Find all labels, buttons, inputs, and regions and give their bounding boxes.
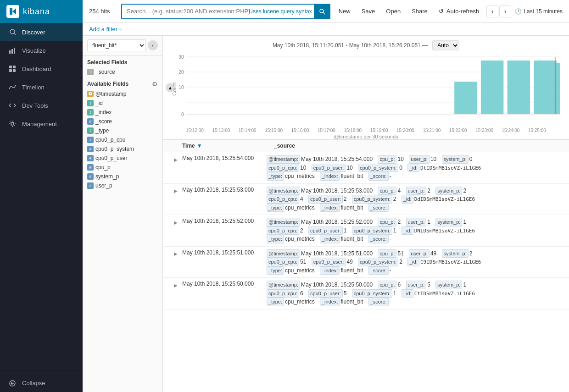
field-type-num-cpu0sys: # xyxy=(87,146,94,152)
expand-row-3[interactable]: ▶ xyxy=(172,219,179,226)
search-button[interactable] xyxy=(314,4,330,19)
sidebar-item-timelion[interactable]: Timelion xyxy=(0,78,83,96)
collapse-btn[interactable]: Collapse xyxy=(0,374,83,392)
filterbar: Add a filter + xyxy=(83,23,569,36)
selected-field-source[interactable]: ? _source xyxy=(83,67,162,77)
svg-rect-10 xyxy=(13,69,16,72)
field-cpu0-system[interactable]: # cpu0_p_system xyxy=(83,144,162,154)
sidebar-item-discover[interactable]: Discover xyxy=(0,23,83,41)
result-source-5: @timestamp:May 10th 2018, 15:25:50.000 c… xyxy=(267,281,560,306)
logo[interactable]: kibana xyxy=(0,0,83,23)
expand-row-1[interactable]: ▶ xyxy=(172,156,179,163)
refresh-icon: ↺ xyxy=(439,8,444,15)
field-user-p[interactable]: # user_p xyxy=(83,181,162,190)
svg-rect-5 xyxy=(11,49,13,54)
field-index[interactable]: t _index xyxy=(83,108,162,117)
add-filter-button[interactable]: Add a filter + xyxy=(89,26,123,33)
svg-rect-25 xyxy=(481,61,503,114)
prev-arrow[interactable]: ‹ xyxy=(486,6,498,17)
sidebar-item-timelion-label: Timelion xyxy=(22,84,45,91)
field-label-source: _source xyxy=(95,69,158,75)
svg-rect-26 xyxy=(508,61,530,114)
sort-icon: ▼ xyxy=(197,143,202,149)
svg-rect-6 xyxy=(14,48,15,54)
search-container: Uses lucene query syntax xyxy=(121,4,330,19)
x-axis-labels: 15:12:00 15:13:00 15:14:00 15:15:00 15:1… xyxy=(172,127,560,133)
logo-icon xyxy=(6,5,19,18)
result-time-1: May 10th 2018, 15:25:54.000 xyxy=(182,155,267,161)
right-panel: ▲ May 10th 2018, 15:11:20.051 - May 10th… xyxy=(163,36,569,392)
management-icon xyxy=(7,120,17,127)
collapse-icon xyxy=(7,380,17,386)
lucene-hint: Uses lucene query syntax xyxy=(249,8,312,15)
chart-area: ▲ May 10th 2018, 15:11:20.051 - May 10th… xyxy=(163,36,569,140)
x-axis-label: @timestamp per 30 seconds xyxy=(172,134,560,139)
field-timestamp[interactable]: 🕐 @timestamp xyxy=(83,89,162,99)
sidebar-item-management-label: Management xyxy=(22,121,57,127)
index-pattern-select[interactable]: fluent_bit* xyxy=(87,39,146,51)
topbar: 254 hits Uses lucene query syntax New Sa… xyxy=(83,0,569,23)
clock-icon: 🕐 xyxy=(515,8,522,15)
results-header: Time ▼ _source xyxy=(163,140,569,152)
share-button[interactable]: Share xyxy=(408,6,431,17)
available-fields-section: Available Fields ⚙ xyxy=(83,77,162,89)
table-row: ▶ May 10th 2018, 15:25:53.000 @timestamp… xyxy=(163,184,569,215)
chart-svg: 30 20 10 0 xyxy=(172,52,560,126)
svg-rect-7 xyxy=(9,66,12,68)
timelion-icon xyxy=(7,83,17,91)
result-source-4: @timestamp:May 10th 2018, 15:25:51.000 c… xyxy=(267,249,560,275)
svg-line-14 xyxy=(323,12,325,14)
sidebar-nav: Discover Visualize Dashboard Timelion De… xyxy=(0,23,83,374)
results-area[interactable]: Time ▼ _source ▶ May 10th 2018, 15:25:54… xyxy=(163,140,569,392)
expand-row-5[interactable]: ▶ xyxy=(172,282,179,289)
field-cpu0-cpu[interactable]: # cpu0_p_cpu xyxy=(83,135,162,144)
panel-collapse-button[interactable]: ‹ xyxy=(148,40,158,50)
field-cpu0-user[interactable]: # cpu0_p_user xyxy=(83,154,162,163)
svg-rect-8 xyxy=(13,66,16,68)
open-button[interactable]: Open xyxy=(382,6,404,17)
expand-row-2[interactable]: ▶ xyxy=(172,188,179,195)
result-time-5: May 10th 2018, 15:25:50.000 xyxy=(182,281,267,287)
field-score[interactable]: # _score xyxy=(83,117,162,126)
field-type-text-type: t xyxy=(87,127,94,134)
expand-row-4[interactable]: ▶ xyxy=(172,250,179,258)
svg-rect-27 xyxy=(534,61,556,114)
fields-gear-icon[interactable]: ⚙ xyxy=(152,80,158,88)
field-id[interactable]: t _id xyxy=(83,99,162,108)
left-panel: fluent_bit* ‹ Selected Fields ? _source … xyxy=(83,36,163,392)
logo-text: kibana xyxy=(23,7,50,17)
field-type-date: 🕐 xyxy=(87,91,94,97)
result-source-3: @timestamp:May 10th 2018, 15:25:52.000 c… xyxy=(267,218,560,243)
auto-refresh-button[interactable]: ↺ Auto-refresh xyxy=(435,6,483,17)
field-type-badge-source: ? xyxy=(87,69,94,75)
sidebar-item-visualize[interactable]: Visualize xyxy=(0,41,83,60)
sidebar-item-management[interactable]: Management xyxy=(0,115,83,133)
index-selector: fluent_bit* ‹ xyxy=(83,36,162,55)
result-time-2: May 10th 2018, 15:25:53.000 xyxy=(182,187,267,193)
new-button[interactable]: New xyxy=(335,6,354,17)
chart-interval-select[interactable]: Auto xyxy=(432,40,459,50)
field-cpu-p[interactable]: # cpu_p xyxy=(83,163,162,172)
field-type-text-id: t xyxy=(87,100,94,106)
chart-controls: May 10th 2018, 15:11:20.051 - May 10th 2… xyxy=(172,40,560,50)
field-type[interactable]: t _type xyxy=(83,126,162,135)
chart-time-range: May 10th 2018, 15:11:20.051 - May 10th 2… xyxy=(273,42,428,49)
field-type-num-userp: # xyxy=(87,182,94,189)
sidebar-item-devtools[interactable]: Dev Tools xyxy=(0,96,83,115)
sidebar-item-dashboard[interactable]: Dashboard xyxy=(0,60,83,78)
next-arrow[interactable]: › xyxy=(499,6,511,17)
selected-fields-header: Selected Fields xyxy=(83,55,162,67)
dashboard-icon xyxy=(7,65,17,72)
field-system-p[interactable]: # system_p xyxy=(83,172,162,181)
svg-text:30: 30 xyxy=(179,55,184,60)
main-content: 254 hits Uses lucene query syntax New Sa… xyxy=(83,0,569,392)
save-button[interactable]: Save xyxy=(358,6,379,17)
time-range-button[interactable]: 🕐 Last 15 minutes xyxy=(515,8,563,15)
visualize-icon xyxy=(7,47,17,54)
add-filter-label: Add a filter + xyxy=(89,26,123,33)
devtools-icon xyxy=(7,102,17,109)
result-time-4: May 10th 2018, 15:25:51.000 xyxy=(182,249,267,256)
field-type-num-score: # xyxy=(87,118,94,125)
sidebar-item-devtools-label: Dev Tools xyxy=(22,102,48,109)
result-source-1: @timestamp:May 10th 2018, 15:25:54.000 c… xyxy=(267,155,560,181)
